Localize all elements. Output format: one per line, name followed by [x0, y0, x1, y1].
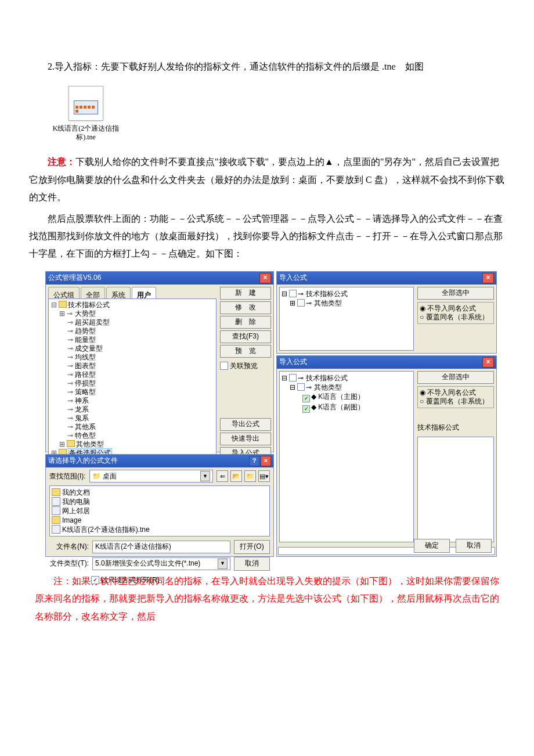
view-icon[interactable]: ▤▾ — [258, 470, 270, 482]
select-all-button[interactable]: 全部选中 — [417, 287, 494, 300]
tne-file-icon-block: K线语言(2个通达信指标).tne — [45, 86, 127, 142]
quick-export-button[interactable]: 快速导出 — [220, 433, 271, 445]
find-button[interactable]: 查找(F3) — [220, 330, 271, 343]
radio-overwrite[interactable]: 覆盖同名（非系统） — [420, 313, 492, 322]
warning-label: 注意： — [48, 157, 75, 167]
export-button[interactable]: 导出公式 — [220, 418, 271, 431]
titlebar: 公式管理器V5.06× — [46, 272, 273, 285]
import-formula-window-empty: 导入公式× ⊟ ⊸ 技术指标公式 ⊞ ⊸ 其他类型 全部选中 不导入同名公式 覆… — [276, 271, 497, 354]
file-icon-name: K线语言(2个通达信指标).tne — [45, 124, 127, 142]
list-item[interactable]: 我的电脑 — [52, 497, 268, 506]
edit-button[interactable]: 修 改 — [220, 301, 271, 314]
import-tree-2[interactable]: ⊟ ⊸ 技术指标公式 ⊟ ⊸ 其他类型 ✓◆ K语言（主图） ✓◆ K语言（副图… — [279, 371, 414, 542]
file-icon[interactable] — [68, 86, 103, 121]
formula-manager-window: 公式管理器V5.06× 公式组 全部 系统 用户 技术指标公式 大势型 超买超卖… — [45, 271, 274, 452]
file-open-dialog: 请选择导入的公式文件?× 查找范围(I): 📁 桌面▼ ⇐ 📂 📁 ▤▾ 我的文… — [45, 454, 274, 557]
tab-user[interactable]: 用户 — [132, 287, 156, 298]
formula-tabs: 公式组 全部 系统 用户 — [48, 287, 217, 298]
radio-no-dup[interactable]: 不导入同名公式 — [420, 304, 492, 313]
intro-paragraph: 2.导入指标：先要下载好别人发给你的指标文件，通达信软件的指标文件的后缀是 .t… — [29, 58, 505, 75]
newfolder-icon[interactable]: 📁 — [244, 470, 256, 482]
range-dropdown[interactable]: 📁 桌面▼ — [89, 470, 213, 483]
formula-tree[interactable]: 技术指标公式 大势型 超买超卖型 趋势型 能量型 成交量型 均线型 图表型 路径… — [48, 298, 217, 460]
list-item[interactable]: 网上邻居 — [52, 506, 268, 516]
file-list[interactable]: 我的文档 我的电脑 网上邻居 Image K线语言(2个通达信指标).tne — [49, 485, 270, 537]
help-icon[interactable]: ? — [249, 456, 259, 466]
open-button[interactable]: 打开(O) — [234, 540, 270, 554]
close-icon[interactable]: × — [259, 273, 271, 283]
import-formula-window-checked: 导入公式× ⊟ ⊸ 技术指标公式 ⊟ ⊸ 其他类型 ✓◆ K语言（主图） ✓◆ … — [276, 355, 497, 557]
close-icon[interactable]: × — [482, 357, 494, 368]
list-item[interactable]: 我的文档 — [52, 488, 268, 497]
tree-root-tech[interactable]: 技术指标公式 — [51, 301, 214, 309]
filetype-dropdown[interactable]: 5.0新增强安全公式导出文件(*.tne)▼ — [92, 557, 230, 570]
composite-screenshot: 公式管理器V5.06× 公式组 全部 系统 用户 技术指标公式 大势型 超买超卖… — [45, 271, 497, 556]
tab-all[interactable]: 全部 — [81, 287, 105, 298]
steps-paragraph: 然后点股票软件上面的：功能－－公式系统－－公式管理器－－点导入公式－－请选择导入… — [29, 210, 505, 263]
radio-no-dup[interactable]: 不导入同名公式 — [420, 388, 492, 397]
preview-button[interactable]: 预 览 — [220, 345, 271, 358]
tab-group[interactable]: 公式组 — [48, 287, 80, 298]
list-item[interactable]: Image — [52, 516, 268, 525]
cancel-button[interactable]: 取消 — [234, 557, 270, 571]
warning-paragraph: 注意：下载别人给你的文件时不要直接点"接收或下载"，要点边上的▲，点里面的"另存… — [29, 153, 505, 206]
tab-system[interactable]: 系统 — [106, 287, 131, 298]
import-tree-1[interactable]: ⊟ ⊸ 技术指标公式 ⊞ ⊸ 其他类型 — [279, 287, 414, 351]
radio-overwrite[interactable]: 覆盖同名（非系统） — [420, 397, 492, 406]
document-page: 2.导入指标：先要下载好别人发给你的指标文件，通达信软件的指标文件的后缀是 .t… — [0, 0, 534, 660]
assoc-preview-checkbox[interactable] — [220, 362, 228, 370]
preview-panel — [417, 437, 494, 542]
cancel-button[interactable]: 取消 — [456, 539, 492, 553]
category-label: 技术指标公式 — [417, 421, 494, 434]
range-label: 查找范围(I): — [49, 470, 86, 483]
list-item[interactable]: K线语言(2个通达信指标).tne — [52, 525, 268, 534]
filename-field[interactable]: K线语言(2个通达信指标) — [92, 541, 230, 553]
new-button[interactable]: 新 建 — [220, 287, 271, 300]
ok-button[interactable]: 确定 — [414, 539, 450, 553]
select-all-button[interactable]: 全部选中 — [417, 371, 494, 384]
close-icon[interactable]: × — [482, 273, 494, 283]
up-icon[interactable]: 📂 — [230, 470, 242, 482]
back-icon[interactable]: ⇐ — [217, 470, 228, 482]
close-icon[interactable]: × — [261, 456, 271, 466]
delete-button[interactable]: 删 除 — [220, 316, 271, 329]
readonly-checkbox[interactable]: ✓ — [91, 576, 99, 584]
